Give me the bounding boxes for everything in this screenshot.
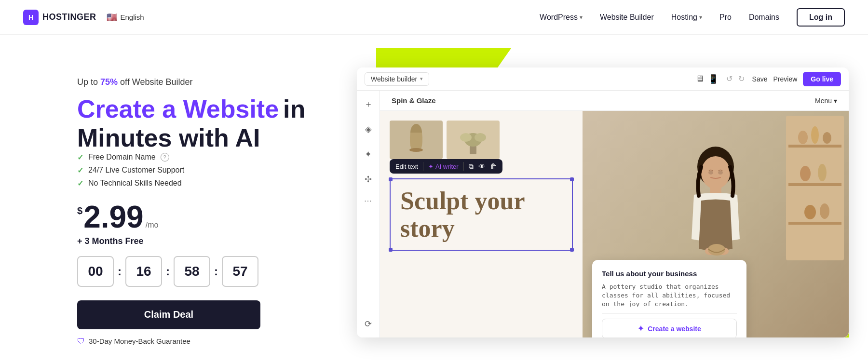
- svg-point-24: [718, 171, 723, 175]
- countdown-hours: 00: [77, 256, 114, 287]
- main-nav: WordPress ▾ Website Builder Hosting ▾ Pr…: [540, 8, 845, 27]
- ai-popup-textarea[interactable]: A pottery studio that organizes classes …: [602, 283, 737, 307]
- feature-domain: ✓ Free Domain Name ?: [77, 153, 328, 162]
- save-button[interactable]: Save: [752, 75, 768, 83]
- preview-button[interactable]: Preview: [773, 75, 798, 83]
- builder-canvas: Spin & Glaze Menu ▾: [380, 91, 849, 337]
- header: H HOSTINGER 🇺🇸 English WordPress ▾ Websi…: [0, 0, 868, 35]
- guarantee: 🛡 30-Day Money-Back Guarantee: [77, 337, 328, 346]
- svg-point-11: [811, 126, 819, 144]
- desktop-icon[interactable]: 🖥: [695, 74, 704, 84]
- sidebar-add-tool[interactable]: ＋: [361, 96, 376, 112]
- feature-skills: ✓ No Technical Skills Needed: [77, 179, 328, 188]
- ai-popup-divider: [602, 313, 737, 314]
- svg-point-5: [475, 133, 486, 142]
- sidebar-pointer-tool[interactable]: ✢: [361, 172, 376, 187]
- language-label: English: [121, 13, 144, 21]
- info-icon[interactable]: ?: [161, 153, 169, 162]
- sidebar-layers-tool[interactable]: ◈: [361, 121, 376, 137]
- chevron-down-icon: ▾: [699, 14, 702, 21]
- svg-point-12: [823, 132, 831, 144]
- countdown-separator: :: [166, 265, 170, 278]
- claim-deal-button[interactable]: Claim Deal: [77, 300, 260, 329]
- toolbar-divider: [463, 162, 464, 171]
- price-section: $ 2.99 /mo: [77, 202, 328, 232]
- countdown-separator: :: [214, 265, 218, 278]
- nav-wordpress[interactable]: WordPress ▾: [540, 13, 583, 22]
- delete-button[interactable]: 🗑: [490, 162, 497, 170]
- svg-rect-7: [788, 145, 841, 148]
- plant-svg: [456, 123, 490, 157]
- edit-toolbar: Edit text ✦ AI writer ⧉ 👁 🗑: [390, 159, 502, 174]
- builder-window: Website builder ▾ 🖥 📱 ↺ ↻ Save Preview G…: [357, 67, 849, 337]
- svg-point-18: [701, 156, 730, 189]
- builder-topbar-right: 🖥 📱 ↺ ↻ Save Preview Go live: [695, 72, 841, 86]
- undo-button[interactable]: ↺: [724, 73, 734, 84]
- create-website-button[interactable]: ✦ Create a website: [602, 319, 737, 337]
- resize-handle-br[interactable]: [570, 248, 574, 252]
- svg-point-10: [798, 131, 808, 144]
- nav-domains[interactable]: Domains: [749, 13, 779, 22]
- shelf-decoration: [786, 116, 844, 260]
- svg-point-16: [820, 203, 829, 219]
- price-period: /mo: [146, 221, 159, 229]
- canvas-heading-text: Sculpt your story: [400, 187, 562, 242]
- go-live-button[interactable]: Go live: [803, 72, 841, 86]
- svg-point-4: [460, 133, 472, 142]
- redo-button[interactable]: ↻: [736, 73, 746, 84]
- svg-point-15: [804, 205, 816, 219]
- logo-text: HOSTINGER: [42, 12, 96, 22]
- svg-point-14: [818, 164, 827, 181]
- view-button[interactable]: 👁: [478, 162, 485, 170]
- sidebar-ai-tool[interactable]: ⟳: [361, 316, 376, 332]
- canvas-heading-box[interactable]: Sculpt your story: [390, 178, 573, 251]
- svg-rect-8: [788, 183, 841, 186]
- resize-handle-bl[interactable]: [389, 248, 393, 252]
- months-free: + 3 Months Free: [77, 236, 328, 246]
- header-left: H HOSTINGER 🇺🇸 English: [23, 10, 144, 25]
- builder-preview-section: Website builder ▾ 🖥 📱 ↺ ↻ Save Preview G…: [357, 48, 849, 337]
- copy-button[interactable]: ⧉: [469, 162, 474, 171]
- feature-support: ✓ 24/7 Live Customer Support: [77, 166, 328, 175]
- hero-left: Up to 75% off Website Builder Create a W…: [77, 58, 328, 346]
- logo[interactable]: H HOSTINGER: [23, 10, 96, 25]
- svg-point-1: [409, 148, 423, 152]
- svg-rect-9: [788, 222, 841, 225]
- builder-topbar: Website builder ▾ 🖥 📱 ↺ ↻ Save Preview G…: [357, 67, 849, 91]
- countdown-seconds: 58: [174, 256, 210, 287]
- star-icon: ✦: [637, 324, 644, 333]
- login-button[interactable]: Log in: [797, 8, 845, 27]
- canvas-menu[interactable]: Menu ▾: [815, 97, 837, 105]
- sidebar-style-tool[interactable]: ✦: [361, 147, 376, 162]
- chevron-down-icon: ▾: [580, 14, 583, 21]
- mobile-icon[interactable]: 📱: [708, 74, 719, 84]
- builder-tab[interactable]: Website builder ▾: [365, 72, 429, 86]
- sidebar-more-tool[interactable]: ···: [364, 197, 372, 205]
- canvas-site-header: Spin & Glaze Menu ▾: [380, 91, 849, 111]
- countdown-ms: 57: [222, 256, 258, 287]
- canvas-hero: Edit text ✦ AI writer ⧉ 👁 🗑: [380, 111, 849, 337]
- check-icon: ✓: [77, 166, 83, 175]
- edit-text-button[interactable]: Edit text: [395, 163, 418, 170]
- countdown-timer: 00 : 16 : 58 : 57: [77, 256, 328, 287]
- canvas-site-name: Spin & Glaze: [392, 96, 436, 105]
- language-selector[interactable]: 🇺🇸 English: [106, 13, 144, 21]
- countdown-separator: :: [118, 265, 122, 278]
- nav-hosting[interactable]: Hosting ▾: [671, 13, 702, 22]
- svg-point-23: [708, 171, 713, 175]
- price-amount: 2.99: [83, 202, 144, 232]
- canvas-thumb-2: [447, 121, 500, 159]
- promo-text: Up to 75% off Website Builder: [77, 77, 328, 87]
- features-list: ✓ Free Domain Name ? ✓ 24/7 Live Custome…: [77, 153, 328, 188]
- svg-point-22: [708, 244, 725, 256]
- logo-icon: H: [23, 10, 39, 25]
- canvas-hero-left: Edit text ✦ AI writer ⧉ 👁 🗑: [380, 111, 583, 337]
- history-buttons: ↺ ↻: [724, 73, 746, 84]
- nav-pro[interactable]: Pro: [719, 13, 732, 22]
- price-currency: $: [77, 205, 82, 216]
- ai-writer-button[interactable]: ✦ AI writer: [428, 163, 459, 170]
- nav-website-builder[interactable]: Website Builder: [600, 13, 654, 22]
- main-content: Up to 75% off Website Builder Create a W…: [0, 35, 868, 364]
- check-icon: ✓: [77, 153, 83, 162]
- check-icon: ✓: [77, 179, 83, 188]
